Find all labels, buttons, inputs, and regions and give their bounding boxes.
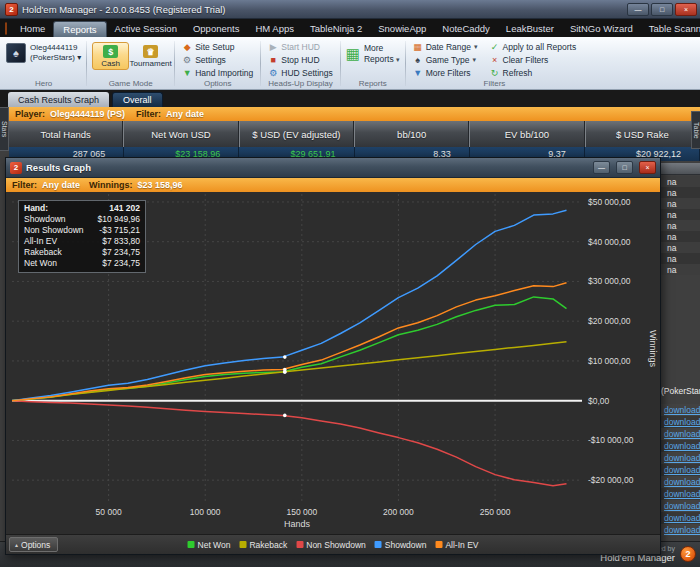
filter-value[interactable]: Any date [166,109,204,119]
x-tick-label: 50 000 [79,507,139,517]
legend-item-rakeback[interactable]: Rakeback [239,540,287,550]
chevron-down-icon: ▾ [472,56,476,64]
ribbon-item-hud-settings[interactable]: ⚙HUD Settings [266,67,335,79]
ribbon-item-hand-importing[interactable]: ▼Hand Importing [180,67,255,79]
hero-site: (PokerStars) [30,53,75,62]
graph-footer: ▴ Options Net WonRakebackNon ShowdownSho… [6,534,660,554]
player-value[interactable]: Oleg4444119 (PS) [50,109,125,119]
table-row: download [661,440,700,452]
download-link[interactable]: download [664,405,700,415]
hover-marker-non-showdown [283,414,287,418]
close-button[interactable]: × [675,3,697,16]
download-link[interactable]: download [664,417,700,427]
legend-item-all-in-ev[interactable]: All-In EV [435,540,478,550]
series-line-rakeback [12,342,567,401]
column-header-bb-100[interactable]: bb/100 [354,121,469,147]
graph-filter-bar: Filter: Any date Winnings: $23 158,96 [6,178,660,192]
ribbon-item-stop-hud[interactable]: ■Stop HUD [266,54,335,66]
menu-tab-leakbuster[interactable]: LeakBuster [498,21,562,37]
ribbon-item-date-range[interactable]: ▦Date Range▾ [411,41,480,53]
ribbon-item-apply-to-all-reports[interactable]: ✓Apply to all Reports [488,41,579,53]
ribbon-item-game-type[interactable]: ♠Game Type▾ [411,54,480,66]
tournament-label: Tournament [130,59,172,68]
report-tabstrip: Cash Results GraphOverall [0,90,700,107]
column-header-usd-rake[interactable]: $ USD Rake [585,121,700,147]
menu-tab-table-scanner-2[interactable]: Table Scanner 2 [641,21,700,37]
graph-close-button[interactable]: × [639,161,656,174]
ribbon-item-refresh[interactable]: ↻Refresh [488,67,579,79]
options-button[interactable]: ▴ Options [9,537,58,552]
titlebar[interactable]: 2 Hold'em Manager - 2.0.0.8453 (Register… [0,0,700,19]
graph-filter-value[interactable]: Any date [42,180,80,190]
tournament-icon: ♛ [143,45,158,58]
hero-selector[interactable]: ♠ Oleg4444119 (PokerStars) ▾ [6,43,81,64]
menu-tab-notecaddy[interactable]: NoteCaddy [434,21,498,37]
ribbon-item-label: Site Setup [195,42,234,52]
legend-item-showdown[interactable]: Showdown [375,540,427,550]
download-link[interactable]: download [664,489,700,499]
more-reports-button[interactable]: ▦ MoreReports ▾ [346,43,400,64]
download-link[interactable]: download [664,501,700,511]
cash-button[interactable]: $Cash [92,42,129,70]
docked-tab-stars[interactable]: Stars [0,107,9,151]
download-link[interactable]: download [664,477,700,487]
column-header-ev-bb-100[interactable]: EV bb/100 [469,121,584,147]
minimize-button[interactable]: — [627,3,649,16]
download-link[interactable]: download [664,429,700,439]
y-tick-label: $10 000,00 [588,356,631,366]
menu-tab-snowieapp[interactable]: SnowieApp [370,21,434,37]
x-tick-label: 100 000 [175,507,235,517]
ribbon-item-more-filters[interactable]: ▼More Filters [411,67,480,79]
table-row: na [661,253,700,264]
hand-import-icon: ▼ [182,68,192,78]
tab-overall[interactable]: Overall [112,92,163,107]
graph-maximize-button[interactable]: □ [616,161,633,174]
download-link[interactable]: download [664,465,700,475]
download-link[interactable]: download [664,453,700,463]
y-tick-label: $30 000,00 [588,276,631,286]
chevron-down-icon: ▾ [474,43,478,51]
menu-tab-hm-apps[interactable]: HM Apps [247,21,302,37]
table-row: download [661,512,700,524]
column-header-net-won-usd[interactable]: Net Won USD [123,121,238,147]
ribbon-item-label: Settings [195,55,226,65]
game-type-icon: ♠ [413,55,423,65]
download-link[interactable]: download [664,525,700,535]
ribbon-item-clear-filters[interactable]: ×Clear Filters [488,54,579,66]
menu-tab-reports[interactable]: Reports [53,21,106,37]
menu-tab-active-session[interactable]: Active Session [107,21,185,37]
download-link[interactable]: download [664,441,700,451]
download-link[interactable]: download [664,513,700,523]
menu-tab-opponents[interactable]: Opponents [185,21,247,37]
stats-row-value: $7 833,80 [102,236,140,247]
app-menu-button[interactable] [5,22,7,35]
menu-tab-tableninja-2[interactable]: TableNinja 2 [302,21,370,37]
options-items: ◆Site Setup⚙Settings▼Hand Importing [180,41,255,79]
ribbon-item-settings[interactable]: ⚙Settings [180,54,255,66]
stats-row-label: Showdown [24,214,66,225]
group-label-hero: Hero [2,79,85,88]
tournament-button[interactable]: ♛Tournament [132,42,169,70]
stats-row-net-won: Net Won$7 234,75 [24,258,140,269]
menu-tab-home[interactable]: Home [12,21,53,37]
options-button-label: Options [21,540,50,550]
ribbon-item-start-hud[interactable]: ▶Start HUD [266,41,335,53]
legend-item-non-showdown[interactable]: Non Showdown [296,540,366,550]
ribbon-separator [340,41,341,86]
ribbon-item-label: Refresh [503,68,533,78]
graph-minimize-button[interactable]: — [593,161,610,174]
series-line-net-won [12,297,567,401]
legend-item-net-won[interactable]: Net Won [188,540,231,550]
legend-swatch-showdown [375,541,382,548]
column-header-usd-ev-adjusted[interactable]: $ USD (EV adjusted) [239,121,354,147]
stats-row-value: $7 234,75 [102,247,140,258]
x-axis-labels: 50 000100 000150 000200 000250 000 [12,507,582,519]
column-header-total-hands[interactable]: Total Hands [9,121,123,147]
ribbon-item-label: HUD Settings [281,68,333,78]
ribbon-item-site-setup[interactable]: ◆Site Setup [180,41,255,53]
menu-tab-sitngo-wizard[interactable]: SitNGo Wizard [562,21,641,37]
docked-tab-table[interactable]: Table [691,111,700,149]
tab-cash-results-graph[interactable]: Cash Results Graph [8,92,109,107]
results-graph-titlebar[interactable]: 2 Results Graph — □ × [6,158,660,178]
maximize-button[interactable]: □ [651,3,673,16]
